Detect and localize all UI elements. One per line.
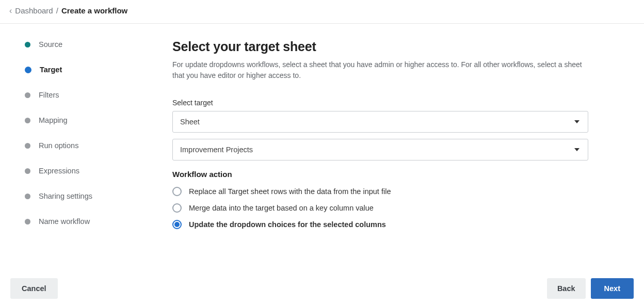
step-label: Sharing settings (39, 192, 92, 200)
target-sheet-select[interactable]: Improvement Projects (172, 139, 588, 160)
target-type-select[interactable]: Sheet (172, 111, 588, 133)
step-target[interactable]: Target (25, 66, 144, 74)
step-label: Name workflow (39, 217, 90, 226)
step-sharing-settings[interactable]: Sharing settings (25, 192, 144, 200)
step-dot-icon (25, 168, 30, 174)
workflow-action-merge[interactable]: Merge data into the target based on a ke… (172, 203, 588, 213)
workflow-action-update-dropdowns[interactable]: Update the dropdown choices for the sele… (172, 220, 588, 229)
next-button[interactable]: Next (591, 278, 634, 299)
select-value: Improvement Projects (180, 146, 253, 154)
workflow-action-replace[interactable]: Replace all Target sheet rows with the d… (172, 187, 588, 196)
radio-selected-icon (172, 220, 182, 229)
step-label: Filters (39, 91, 59, 99)
workflow-action-radio-group: Replace all Target sheet rows with the d… (172, 187, 588, 229)
page-title: Select your target sheet (172, 39, 588, 54)
step-filters[interactable]: Filters (25, 91, 144, 99)
radio-icon (172, 203, 182, 213)
breadcrumb-separator: / (56, 6, 58, 15)
radio-label: Replace all Target sheet rows with the d… (189, 187, 391, 196)
step-dot-icon (25, 219, 30, 224)
back-button[interactable]: Back (547, 278, 586, 299)
step-dot-active-icon (25, 67, 31, 73)
step-run-options[interactable]: Run options (25, 141, 144, 150)
select-value: Sheet (180, 118, 200, 126)
page-subtitle: For update dropdowns workflows, select a… (172, 59, 585, 81)
step-label: Target (40, 66, 62, 74)
caret-down-icon (574, 120, 579, 123)
step-dot-done-icon (25, 42, 30, 47)
workflow-action-heading: Workflow action (172, 170, 588, 179)
radio-label: Merge data into the target based on a ke… (189, 204, 374, 212)
radio-label: Update the dropdown choices for the sele… (189, 220, 386, 229)
step-label: Run options (39, 141, 78, 150)
step-dot-icon (25, 194, 30, 199)
step-dot-icon (25, 118, 30, 123)
step-mapping[interactable]: Mapping (25, 116, 144, 124)
step-dot-icon (25, 92, 30, 98)
breadcrumb-current: Create a workflow (61, 6, 127, 15)
step-name-workflow[interactable]: Name workflow (25, 217, 144, 226)
step-label: Expressions (39, 167, 79, 175)
breadcrumb: ‹ Dashboard / Create a workflow (0, 0, 644, 24)
step-expressions[interactable]: Expressions (25, 167, 144, 175)
chevron-left-icon[interactable]: ‹ (9, 7, 12, 15)
cancel-button[interactable]: Cancel (10, 278, 58, 299)
main-panel: Select your target sheet For update drop… (155, 24, 619, 239)
breadcrumb-parent-link[interactable]: Dashboard (15, 6, 53, 15)
select-target-label: Select target (172, 99, 588, 107)
step-label: Mapping (39, 116, 68, 124)
radio-icon (172, 187, 182, 196)
step-source[interactable]: Source (25, 40, 144, 49)
caret-down-icon (574, 148, 579, 151)
step-dot-icon (25, 143, 30, 149)
wizard-sidebar: Source Target Filters Mapping Run option… (0, 24, 155, 300)
step-label: Source (39, 40, 62, 49)
